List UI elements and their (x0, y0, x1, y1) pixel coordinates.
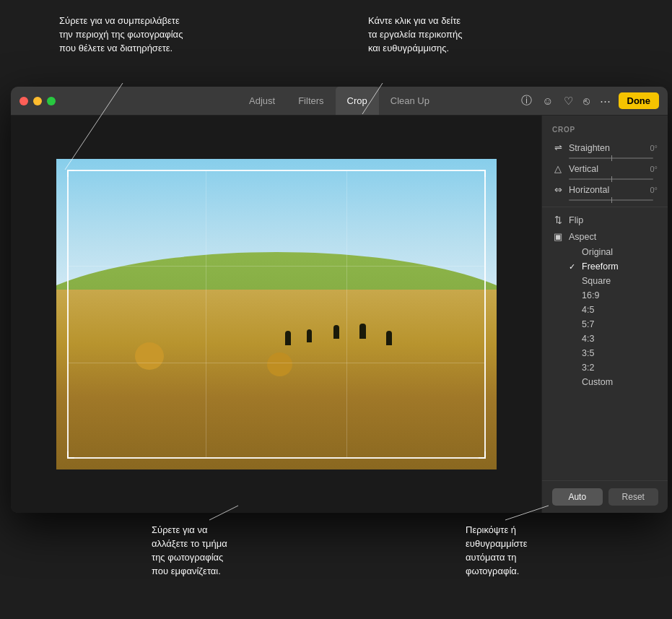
horizontal-icon: ⇔ (552, 184, 564, 195)
tab-cleanup[interactable]: Clean Up (379, 87, 441, 115)
face-icon[interactable]: ☺ (540, 92, 555, 109)
main-content: CROP ⇌ Straighten 0° △ Vertical 0° ⇔ (11, 116, 668, 513)
close-button[interactable] (19, 97, 28, 105)
traffic-lights (11, 97, 56, 105)
annotation-top-right: Κάντε κλικ για να δείτε τα εργαλεία περι… (368, 14, 463, 56)
maximize-button[interactable] (47, 97, 56, 105)
annotation-top-left: Σύρετε για να συμπεριλάβετε την περιοχή … (59, 14, 183, 56)
vertical-icon: △ (552, 163, 564, 174)
toolbar-right: ⓘ ☺ ♡ ⎋ ⋯ Done (519, 87, 659, 115)
sidebar-straighten[interactable]: ⇌ Straighten 0° (542, 139, 668, 156)
horizontal-slider-row (542, 198, 668, 202)
aspect-3-5[interactable]: 3:5 (542, 346, 668, 360)
aspect-4-3[interactable]: 4:3 (542, 332, 668, 346)
tab-bar: Adjust Filters Crop Clean Up (237, 87, 441, 115)
aspect-custom[interactable]: Custom (542, 375, 668, 389)
flip-icon: ⇅ (552, 215, 564, 225)
app-window: Adjust Filters Crop Clean Up ⓘ ☺ ♡ ⎋ ⋯ D… (11, 87, 668, 513)
more-icon[interactable]: ⋯ (598, 92, 613, 110)
minimize-button[interactable] (33, 97, 42, 105)
share-icon[interactable]: ⎋ (581, 92, 592, 109)
aspect-icon: ▣ (552, 231, 564, 242)
heart-icon[interactable]: ♡ (562, 92, 575, 110)
horizontal-slider[interactable] (569, 199, 653, 201)
sidebar-vertical[interactable]: △ Vertical 0° (542, 160, 668, 177)
aspect-freeform[interactable]: ✓ Freeform (542, 259, 668, 274)
aspect-original[interactable]: Original (542, 245, 668, 259)
annotation-bottom-left: Σύρετε για να αλλάξετε το τμήμα της φωτο… (152, 524, 227, 578)
tab-crop[interactable]: Crop (336, 87, 379, 115)
aspect-16-9[interactable]: 16:9 (542, 288, 668, 303)
sidebar-bottom-buttons: Auto Reset (542, 480, 668, 513)
photo-image (56, 159, 497, 469)
tab-adjust[interactable]: Adjust (237, 87, 287, 115)
titlebar: Adjust Filters Crop Clean Up ⓘ ☺ ♡ ⎋ ⋯ D… (11, 87, 668, 116)
annotation-bottom-right: Περικόψτε ή ευθυγραμμίστε αυτόματα τη φω… (466, 524, 527, 578)
aspect-3-2[interactable]: 3:2 (542, 360, 668, 375)
aspect-4-5[interactable]: 4:5 (542, 303, 668, 317)
reset-button[interactable]: Reset (608, 488, 659, 506)
aspect-square[interactable]: Square (542, 274, 668, 288)
photo-container (56, 159, 497, 469)
photo-area (11, 116, 541, 513)
straighten-slider[interactable] (569, 157, 653, 159)
done-button[interactable]: Done (619, 92, 660, 109)
sidebar-flip[interactable]: ⇅ Flip (542, 212, 668, 228)
tab-filters[interactable]: Filters (287, 87, 335, 115)
aspect-5-7[interactable]: 5:7 (542, 317, 668, 332)
sidebar: CROP ⇌ Straighten 0° △ Vertical 0° ⇔ (541, 116, 668, 513)
auto-button[interactable]: Auto (552, 488, 603, 506)
vertical-slider[interactable] (569, 178, 653, 180)
sidebar-section-title: CROP (542, 123, 668, 139)
straighten-icon: ⇌ (552, 142, 564, 153)
sidebar-horizontal[interactable]: ⇔ Horizontal 0° (542, 181, 668, 198)
sidebar-aspect[interactable]: ▣ Aspect (542, 228, 668, 245)
info-icon[interactable]: ⓘ (519, 92, 534, 110)
